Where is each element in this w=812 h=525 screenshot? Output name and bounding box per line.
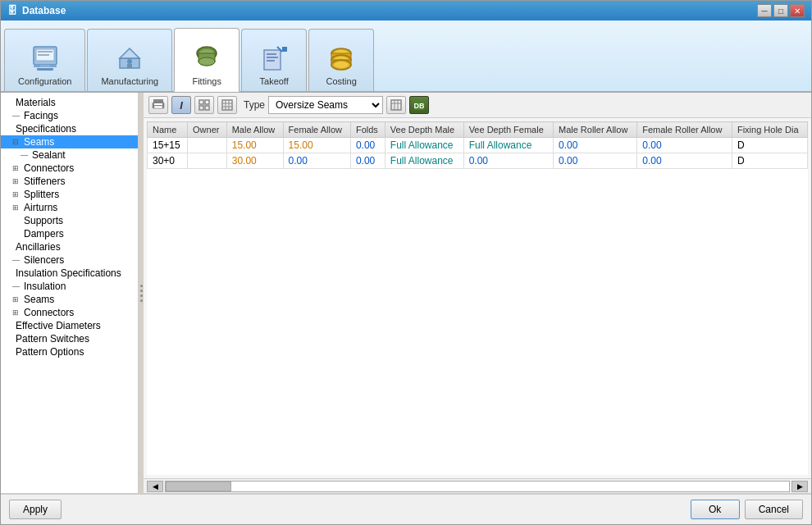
svg-rect-36 (205, 100, 209, 104)
main-content: Materials —Facings Specifications ⊟Seams… (1, 93, 811, 493)
table-row[interactable]: 15+15 15.00 15.00 0.00 Full Allowance Fu… (148, 138, 808, 153)
col-header-folds[interactable]: Folds (350, 122, 385, 138)
scroll-right-button[interactable]: ▶ (791, 481, 808, 492)
type-select[interactable]: Oversize Seams Standard Seams Custom Sea… (268, 96, 383, 114)
col-header-vee-depth-female[interactable]: Vee Depth Female (463, 122, 553, 138)
svg-rect-4 (37, 68, 53, 71)
cell-male-allow-1: 15.00 (226, 138, 283, 153)
svg-rect-44 (391, 100, 401, 110)
expand-silencers: — (12, 256, 22, 264)
type-label: Type (244, 99, 265, 111)
cell-vee-depth-female-1: Full Allowance (463, 138, 553, 153)
svg-point-9 (127, 59, 132, 64)
maximize-button[interactable]: □ (773, 4, 788, 17)
footer: Apply Ok Cancel (1, 493, 811, 524)
tab-costing[interactable]: Costing (308, 29, 374, 91)
table-button[interactable] (217, 96, 237, 114)
sidebar-item-sealant[interactable]: —Sealant (1, 148, 138, 162)
svg-point-30 (334, 62, 349, 68)
sidebar-item-splitters[interactable]: ⊞Splitters (1, 188, 138, 201)
cell-folds-1: 0.00 (350, 138, 385, 153)
table-row[interactable]: 30+0 30.00 0.00 0.00 Full Allowance 0.00… (148, 153, 808, 169)
tab-takeoff[interactable]: Takeoff (241, 29, 307, 91)
svg-text:DB: DB (414, 102, 425, 110)
sidebar-item-pattern-options[interactable]: Pattern Options (1, 345, 138, 358)
sidebar-item-seams2[interactable]: ⊞Seams (1, 293, 138, 306)
expand-splitters: ⊞ (12, 190, 22, 199)
grid-button[interactable] (194, 96, 214, 114)
expand-airturns: ⊞ (12, 203, 22, 212)
tab-configuration-label: Configuration (18, 76, 71, 86)
sidebar-item-insulation-specs[interactable]: Insulation Specifications (1, 267, 138, 280)
tab-takeoff-label: Takeoff (260, 76, 289, 86)
cell-fixing-hole-1: D (732, 138, 807, 153)
sidebar-item-seams[interactable]: ⊟Seams (1, 135, 138, 148)
cell-vee-depth-male-2: Full Allowance (385, 153, 463, 169)
sidebar-item-silencers[interactable]: —Silencers (1, 253, 138, 267)
horizontal-scrollbar[interactable]: ◀ ▶ (144, 478, 811, 493)
data-table: Name Owner Male Allow Female Allow Folds… (147, 121, 808, 169)
close-button[interactable]: ✕ (790, 4, 805, 17)
svg-rect-19 (267, 60, 275, 62)
sidebar-item-materials[interactable]: Materials (1, 96, 138, 109)
table-container[interactable]: Name Owner Male Allow Female Allow Folds… (147, 121, 808, 475)
cell-male-roller-1: 0.00 (553, 138, 636, 153)
sidebar-item-dampers[interactable]: Dampers (1, 227, 138, 240)
import-button[interactable]: DB (409, 96, 429, 114)
sidebar-item-supports[interactable]: Supports (1, 214, 138, 227)
svg-rect-10 (127, 64, 132, 68)
tab-fittings-label: Fittings (192, 76, 221, 86)
print-button[interactable] (148, 96, 168, 114)
sidebar-item-insulation[interactable]: —Insulation (1, 280, 138, 293)
footer-right: Ok Cancel (691, 500, 803, 519)
columns-button[interactable] (386, 96, 406, 114)
cell-owner-1 (188, 138, 227, 153)
title-bar-left: 🗄 Database (7, 5, 66, 16)
svg-rect-39 (222, 100, 232, 110)
tab-configuration[interactable]: Configuration (4, 29, 85, 91)
col-header-vee-depth-male[interactable]: Vee Depth Male (385, 122, 463, 138)
window-title: Database (22, 5, 66, 16)
minimize-button[interactable]: ─ (757, 4, 772, 17)
scroll-track[interactable] (165, 481, 790, 492)
svg-rect-33 (154, 103, 162, 105)
manufacturing-icon (115, 43, 144, 73)
tab-manufacturing[interactable]: Manufacturing (87, 29, 172, 91)
expand-sealant: — (21, 151, 30, 159)
col-header-female-allow[interactable]: Female Allow (283, 122, 350, 138)
takeoff-icon (259, 43, 289, 73)
tab-fittings[interactable]: Fittings (174, 28, 239, 92)
cell-male-roller-2: 0.00 (553, 153, 636, 169)
cell-male-allow-2: 30.00 (226, 153, 283, 169)
sidebar: Materials —Facings Specifications ⊟Seams… (1, 93, 139, 493)
apply-button[interactable]: Apply (9, 500, 62, 519)
scroll-thumb[interactable] (166, 482, 231, 491)
col-header-male-allow[interactable]: Male Allow (226, 122, 283, 138)
expand-seams2: ⊞ (12, 295, 22, 304)
sidebar-item-facings[interactable]: —Facings (1, 109, 138, 122)
sidebar-item-effective-diameters[interactable]: Effective Diameters (1, 319, 138, 332)
ok-button[interactable]: Ok (691, 500, 740, 519)
sidebar-item-connectors[interactable]: ⊞Connectors (1, 162, 138, 175)
cell-female-roller-1: 0.00 (637, 138, 732, 153)
sidebar-item-pattern-switches[interactable]: Pattern Switches (1, 332, 138, 345)
title-bar-controls: ─ □ ✕ (757, 4, 805, 17)
sidebar-item-airturns[interactable]: ⊞Airturns (1, 201, 138, 214)
sidebar-item-ancillaries[interactable]: Ancillaries (1, 240, 138, 253)
resize-dots (140, 285, 143, 302)
col-header-owner[interactable]: Owner (188, 122, 227, 138)
svg-rect-6 (38, 54, 49, 56)
sidebar-item-stiffeners[interactable]: ⊞Stiffeners (1, 175, 138, 188)
expand-connectors2: ⊞ (12, 308, 22, 317)
cancel-button[interactable]: Cancel (745, 500, 803, 519)
sidebar-item-specifications[interactable]: Specifications (1, 122, 138, 135)
scroll-left-button[interactable]: ◀ (147, 481, 163, 492)
col-header-fixing-hole-dia[interactable]: Fixing Hole Dia (732, 122, 807, 138)
col-header-male-roller-allow[interactable]: Male Roller Allow (553, 122, 636, 138)
svg-rect-3 (40, 65, 50, 67)
col-header-female-roller-allow[interactable]: Female Roller Allow (637, 122, 732, 138)
sidebar-item-connectors2[interactable]: ⊞Connectors (1, 306, 138, 319)
text-button[interactable]: I (171, 96, 191, 114)
col-header-name[interactable]: Name (148, 122, 188, 138)
expand-facings: — (12, 112, 22, 120)
